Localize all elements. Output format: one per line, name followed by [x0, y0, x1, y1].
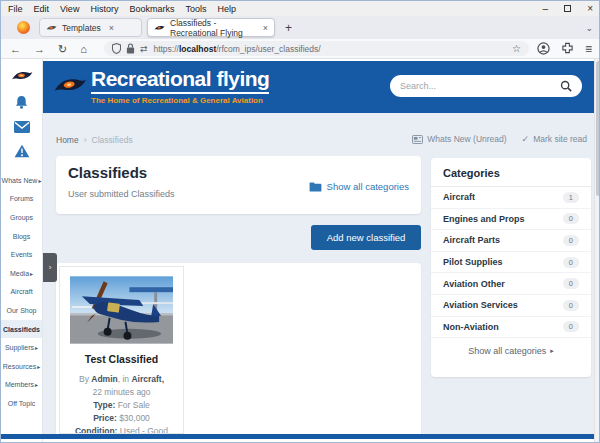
mark-site-read-link[interactable]: ✓ Mark site read: [522, 134, 587, 144]
tab-classifieds[interactable]: Classifieds - Recreational Flying ×: [147, 18, 275, 37]
maximize-button[interactable]: [564, 5, 571, 12]
arrow-right-icon: ▸: [550, 347, 554, 355]
tab-close-icon[interactable]: ×: [263, 23, 268, 33]
sidebar-item-off-topic[interactable]: Off Topic: [1, 394, 42, 413]
sidebar-item-whats-new[interactable]: Whats New▸: [1, 171, 42, 190]
page-subtitle: User submitted Classifieds: [68, 189, 175, 199]
chevron-right-icon: ▸: [38, 177, 41, 184]
shield-icon[interactable]: [112, 43, 121, 54]
alerts-warning-icon[interactable]: [14, 144, 30, 158]
back-icon[interactable]: ←: [10, 40, 21, 58]
menu-tools[interactable]: Tools: [185, 4, 206, 14]
sidebar-item-our-shop[interactable]: Our Shop: [1, 301, 42, 320]
site-footer-edge: [1, 434, 594, 439]
tab-close-icon[interactable]: ×: [109, 23, 114, 33]
classified-author-link[interactable]: Admin: [91, 374, 117, 384]
home-icon[interactable]: ⌂: [80, 40, 87, 58]
classified-byline: By Admin, in Aircraft,: [60, 373, 183, 386]
minimize-button[interactable]: –: [543, 3, 549, 15]
chevron-right-icon: ▸: [37, 363, 40, 370]
site-logo-icon[interactable]: [11, 69, 33, 83]
classified-type: Type: For Sale: [60, 399, 183, 412]
whats-new-link[interactable]: Whats New (Unread): [412, 134, 506, 144]
sidebar-item-aircraft[interactable]: Aircraft: [1, 283, 42, 302]
newspaper-icon: [412, 135, 423, 144]
classifieds-listing-panel: Test Classified By Admin, in Aircraft, 2…: [56, 263, 421, 434]
sidebar-item-resources[interactable]: Resources▸: [1, 357, 42, 376]
classified-meta: By Admin, in Aircraft, 22 minutes ago Ty…: [60, 373, 183, 434]
firefox-icon[interactable]: [17, 21, 30, 34]
breadcrumb-separator: ›: [84, 135, 87, 145]
bookmark-star-icon[interactable]: ☆: [512, 43, 521, 54]
site-logo-swoosh-icon[interactable]: [53, 74, 87, 97]
categories-show-all-link[interactable]: Show all categories▸: [431, 338, 591, 364]
hamburger-menu-icon[interactable]: ≡: [585, 42, 592, 56]
url-text[interactable]: https://localhost/rfcom_ips/user_classif…: [153, 44, 320, 54]
page-scrollbar[interactable]: [594, 59, 600, 443]
browser-toolbar: ← → ↻ ⌂ ⇄ https://localhost/rfcom_ips/us…: [1, 39, 600, 59]
tab-title: Classifieds - Recreational Flying: [170, 18, 255, 38]
menu-help[interactable]: Help: [217, 4, 236, 14]
add-new-classified-button[interactable]: Add new classified: [311, 225, 421, 250]
sidebar-item-forums[interactable]: Forums: [1, 190, 42, 209]
sidebar-nav: Whats New▸ Forums Groups Blogs Events Me…: [1, 171, 42, 413]
count-badge: 0: [563, 257, 579, 268]
sidebar-item-suppliers[interactable]: Suppliers▸: [1, 338, 42, 357]
classified-time: 22 minutes ago: [60, 386, 183, 399]
sidebar-item-groups[interactable]: Groups: [1, 208, 42, 227]
menu-bookmarks[interactable]: Bookmarks: [129, 4, 174, 14]
category-row-non-aviation[interactable]: Non-Aviation0: [431, 317, 591, 339]
classified-title[interactable]: Test Classified: [60, 353, 183, 365]
search-icon[interactable]: [560, 80, 572, 92]
close-button[interactable]: ×: [587, 3, 593, 15]
sidebar-item-classifieds[interactable]: Classifieds: [1, 320, 42, 339]
chevron-right-icon: ›: [49, 263, 52, 272]
site-header: Recreational flying The Home of Recreati…: [43, 61, 594, 113]
browser-window: File Edit View History Bookmarks Tools H…: [0, 0, 600, 443]
search-box[interactable]: [390, 75, 582, 97]
breadcrumb-home[interactable]: Home: [56, 135, 79, 145]
chevron-right-icon: ▸: [35, 344, 38, 351]
menu-edit[interactable]: Edit: [34, 4, 50, 14]
sidebar-item-events[interactable]: Events: [1, 245, 42, 264]
extensions-icon[interactable]: [561, 42, 574, 55]
sidebar-item-members[interactable]: Members▸: [1, 376, 42, 395]
category-row-pilot-supplies[interactable]: Pilot Supplies0: [431, 252, 591, 274]
category-row-engines-and-props[interactable]: Engines and Props0: [431, 209, 591, 231]
breadcrumb-current[interactable]: Classifieds: [92, 135, 133, 145]
list-tabs-chevron-icon[interactable]: ⌄: [585, 23, 593, 33]
category-row-aircraft-parts[interactable]: Aircraft Parts0: [431, 230, 591, 252]
menu-view[interactable]: View: [60, 4, 79, 14]
url-bar[interactable]: ⇄ https://localhost/rfcom_ips/user_class…: [104, 41, 529, 56]
menu-file[interactable]: File: [8, 4, 23, 14]
lock-icon[interactable]: [126, 43, 135, 54]
notifications-bell-icon[interactable]: [14, 94, 29, 110]
menu-history[interactable]: History: [90, 4, 118, 14]
classified-photo-airplane[interactable]: [70, 276, 173, 344]
sidebar-expand-handle[interactable]: ›: [43, 253, 57, 282]
sidebar-item-blogs[interactable]: Blogs: [1, 227, 42, 246]
breadcrumb: Home › Classifieds: [56, 135, 133, 145]
categories-title: Categories: [431, 158, 591, 187]
site-title[interactable]: Recreational flying: [91, 67, 269, 94]
forward-icon[interactable]: →: [34, 40, 45, 58]
messages-envelope-icon[interactable]: [14, 121, 30, 133]
sidebar-item-media[interactable]: Media▸: [1, 264, 42, 283]
show-all-categories-link[interactable]: Show all categories: [309, 181, 409, 192]
scrollbar-thumb[interactable]: [596, 61, 600, 196]
categories-card: Categories Aircraft1 Engines and Props0 …: [431, 158, 591, 377]
category-row-aviation-services[interactable]: Aviation Services0: [431, 295, 591, 317]
tab-templates[interactable]: Templates ×: [39, 18, 142, 37]
category-row-aviation-other[interactable]: Aviation Other0: [431, 273, 591, 295]
new-tab-button[interactable]: +: [285, 22, 292, 34]
account-icon[interactable]: [537, 42, 550, 55]
classified-card[interactable]: Test Classified By Admin, in Aircraft, 2…: [59, 266, 184, 434]
classified-category-link[interactable]: Aircraft,: [131, 374, 164, 384]
page-title: Classifieds: [68, 164, 147, 181]
count-badge: 0: [563, 235, 579, 246]
count-badge: 0: [563, 321, 579, 332]
reload-icon[interactable]: ↻: [58, 40, 67, 58]
category-row-aircraft[interactable]: Aircraft1: [431, 187, 591, 209]
search-input[interactable]: [400, 81, 560, 91]
permissions-icon[interactable]: ⇄: [140, 44, 148, 54]
